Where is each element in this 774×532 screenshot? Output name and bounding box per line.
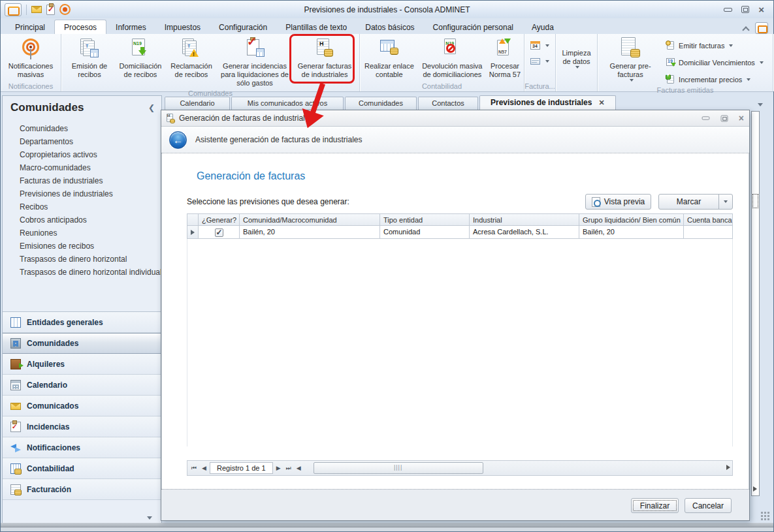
nav-label: Contabilidad <box>27 464 74 473</box>
nav-entidades-generales[interactable]: Entidades generales <box>3 312 161 333</box>
scroll-left-icon[interactable]: ◀ <box>295 465 303 471</box>
nav-overflow-icon[interactable] <box>147 516 152 520</box>
background-scroll-right-icon[interactable] <box>753 486 757 492</box>
app-mini-icon[interactable] <box>755 22 768 34</box>
cancelar-button[interactable]: Cancelar <box>685 498 732 513</box>
marcar-split-button[interactable]: Marcar <box>658 194 733 210</box>
procesar-norma57-button[interactable]: N57 Procesar Norma 57 <box>486 36 524 80</box>
tab-comunidades[interactable]: Comunidades <box>345 97 417 110</box>
last-record-icon[interactable]: ⏭ <box>284 465 293 472</box>
col-industrial[interactable]: Industrial <box>470 213 579 226</box>
dialog-close-button[interactable]: × <box>739 115 744 122</box>
generar-prefacturas-button[interactable]: Generar pre-facturas <box>604 36 656 83</box>
minimize-button[interactable] <box>724 8 732 12</box>
marcar-dropdown-icon[interactable] <box>718 195 732 209</box>
ribbon-tab-principal[interactable]: Principal <box>6 20 54 34</box>
tab-contactos[interactable]: Contactos <box>418 97 478 110</box>
notifications-icon[interactable] <box>59 4 71 15</box>
ribbon-tab-configuracion[interactable]: Configuración <box>210 20 276 34</box>
collapse-ribbon-icon[interactable] <box>743 25 749 31</box>
sidebar-item-reuniones[interactable]: Reuniones <box>20 227 161 240</box>
sidebar-item-comunidades[interactable]: Comunidades <box>20 122 161 135</box>
nav-facturacion[interactable]: Facturación <box>3 479 161 500</box>
tab-previsiones-industriales[interactable]: Previsiones de industriales ✕ <box>479 95 616 110</box>
prev-record-icon[interactable]: ◀ <box>200 465 208 471</box>
ribbon-tab-datos-basicos[interactable]: Datos básicos <box>356 20 423 34</box>
tasks-icon[interactable] <box>46 5 55 15</box>
sidebar-item-previsiones-industriales[interactable]: Previsiones de industriales <box>20 187 161 200</box>
generar-checkbox[interactable] <box>215 228 223 237</box>
sidebar-item-departamentos[interactable]: Departamentos <box>20 135 161 148</box>
emitir-facturas-button[interactable]: Emitir facturas <box>663 40 766 52</box>
finalizar-button[interactable]: Finalizar <box>631 498 679 513</box>
sidebar-item-traspasos-horizontal[interactable]: Traspasos de dinero horizontal <box>20 253 161 266</box>
col-generar[interactable]: ¿Generar? <box>199 213 240 226</box>
row-selector-cell[interactable] <box>187 226 199 239</box>
ribbon-tab-impuestos[interactable]: Impuestos <box>155 20 210 34</box>
notificaciones-masivas-button[interactable]: Notificaciones masivas <box>3 36 58 80</box>
horizontal-scrollbar[interactable] <box>307 462 730 474</box>
maximize-button[interactable] <box>741 6 749 13</box>
close-button[interactable]: × <box>758 6 764 13</box>
vista-previa-button[interactable]: Vista previa <box>585 194 651 210</box>
nav-contabilidad[interactable]: Contabilidad <box>3 458 161 479</box>
n19-download-icon: N19 <box>129 37 152 61</box>
sidebar-item-recibos[interactable]: Recibos <box>20 200 161 213</box>
col-grupo-liquidacion[interactable]: Grupo liquidación/ Bien común <box>579 213 684 226</box>
domiciliacion-recibos-button[interactable]: N19 Domiciliación de recibos <box>116 36 165 80</box>
cell-cuenta[interactable] <box>684 226 733 239</box>
devolucion-masiva-button[interactable]: N19 Devolución masiva de domiciliaciones <box>420 36 485 80</box>
sidebar-item-macrocomunidades[interactable]: Macro-comunidades <box>20 161 161 174</box>
close-tab-icon[interactable]: ✕ <box>598 96 604 110</box>
nav-alquileres[interactable]: Alquileres <box>3 354 161 375</box>
cell-tipo-entidad[interactable]: Comunidad <box>380 226 470 239</box>
incrementar-precios-button[interactable]: + Incrementar precios <box>663 74 766 86</box>
ribbon-tab-informes[interactable]: Informes <box>106 20 155 34</box>
back-button[interactable]: ← <box>169 131 187 149</box>
realizar-enlace-contable-button[interactable]: Realizar enlace contable <box>360 36 419 80</box>
nav-calendario[interactable]: Calendario <box>3 375 161 396</box>
collapse-panel-icon[interactable]: ❮ <box>148 103 155 112</box>
sidebar-item-emisiones-recibos[interactable]: Emisiones de recibos <box>20 240 161 253</box>
sidebar-item-cobros-anticipados[interactable]: Cobros anticipados <box>20 213 161 227</box>
next-record-icon[interactable]: ▶ <box>274 465 283 471</box>
ribbon-tab-ayuda[interactable]: Ayuda <box>523 20 563 34</box>
cell-comunidad[interactable]: Bailén, 20 <box>240 226 380 239</box>
sidebar-item-copropietarios[interactable]: Copropietarios activos <box>20 148 161 161</box>
nav-incidencias[interactable]: Incidencias <box>3 416 161 437</box>
generar-facturas-industriales-button[interactable]: H Generar facturas de industriales <box>293 36 356 80</box>
factura-card-button[interactable] <box>528 55 552 67</box>
first-record-icon[interactable]: ⏮ <box>189 465 199 472</box>
scroll-right-icon[interactable] <box>726 465 730 470</box>
ribbon-tab-plantillas[interactable]: Plantillas de texto <box>276 20 356 34</box>
ribbon-tab-procesos[interactable]: Procesos <box>54 20 106 34</box>
cell-grupo[interactable]: Bailén, 20 <box>579 226 684 239</box>
mail-icon[interactable] <box>31 6 42 13</box>
domiciliar-vencimientos-button[interactable]: 19 Domiciliar Vencimientos <box>663 57 766 69</box>
app-menu-button[interactable] <box>5 3 22 16</box>
nav-notificaciones[interactable]: Notificaciones <box>3 437 161 458</box>
reclamacion-recibos-button[interactable]: T Reclamación de recibos <box>167 36 216 80</box>
emision-recibos-button[interactable]: T Emisión de recibos <box>65 36 114 80</box>
tab-list-dropdown-icon[interactable] <box>758 103 763 106</box>
factura-calendar-button[interactable]: 34 <box>528 40 552 52</box>
ribbon-tab-config-personal[interactable]: Configuración personal <box>424 20 523 34</box>
grid-data-row[interactable]: Bailén, 20 Comunidad Acresa Cardellach, … <box>187 226 733 239</box>
scrollbar-thumb[interactable] <box>314 462 483 474</box>
window-resize-grip[interactable] <box>760 511 771 522</box>
tab-calendario[interactable]: Calendario <box>165 97 230 110</box>
cell-industrial[interactable]: Acresa Cardellach, S.L. <box>470 226 579 239</box>
dialog-maximize-button[interactable] <box>720 115 728 121</box>
sidebar-item-traspasos-individual[interactable]: Traspasos de dinero horizontal individua… <box>20 266 161 279</box>
nav-comunicados[interactable]: Comunicados <box>3 396 161 416</box>
col-tipo-entidad[interactable]: Tipo entidad <box>380 213 470 226</box>
nav-comunidades[interactable]: Comunidades <box>3 333 161 354</box>
generar-incidencias-button[interactable]: ✓ Generar incidencias para liquidaciones… <box>218 36 292 89</box>
dialog-minimize-button[interactable] <box>701 116 709 119</box>
col-cuenta-bancaria[interactable]: Cuenta banca <box>684 213 733 226</box>
tab-mis-comunicados[interactable]: Mis comunicados activos <box>231 97 344 110</box>
dialog-title-bar[interactable]: H Generación de facturas de industrial × <box>161 110 749 127</box>
col-comunidad[interactable]: Comunidad/Macrocomunidad <box>240 213 380 226</box>
limpieza-datos-button[interactable]: Limpieza de datos <box>557 48 596 70</box>
sidebar-item-facturas-industriales[interactable]: Facturas de industriales <box>20 174 161 187</box>
